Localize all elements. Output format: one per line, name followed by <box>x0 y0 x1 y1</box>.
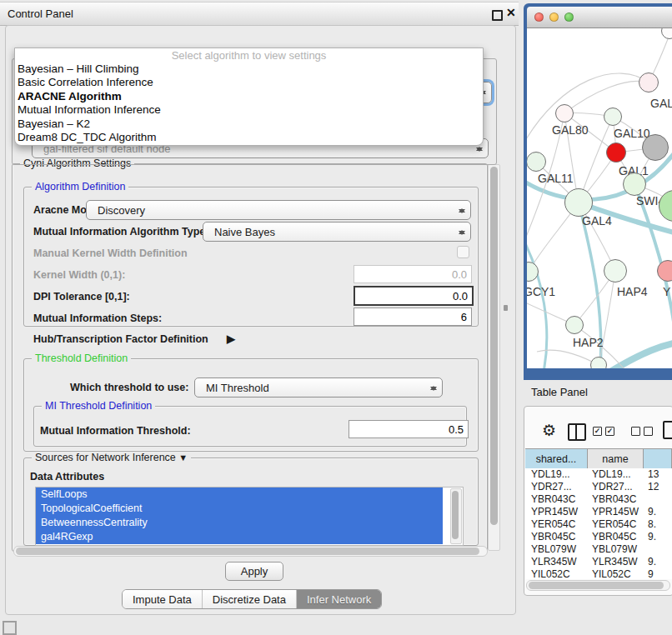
sources-title-text: Sources for Network Inference <box>35 452 176 463</box>
mac-close-icon[interactable] <box>534 12 544 22</box>
dropdown-item[interactable]: Bayesian – Hill Climbing <box>15 62 483 76</box>
table-row[interactable]: YDL19...YDL19...13 <box>525 468 672 481</box>
table-cell[interactable]: YBR045C <box>592 531 636 543</box>
deselect-all-checkbox-icon[interactable] <box>631 427 640 436</box>
table-cell[interactable]: YIL052C <box>531 568 570 579</box>
dropdown-item[interactable]: Dream8 DC_TDC Algorithm <box>15 131 483 144</box>
deselect-all-checkbox-icon[interactable] <box>644 427 653 436</box>
mac-minimize-icon[interactable] <box>549 12 559 22</box>
table-row[interactable]: YBR045CYBR045C9. <box>525 531 672 543</box>
select-all-checkbox-icon[interactable]: ✓ <box>605 427 614 436</box>
settings-hscrollbar-thumb[interactable] <box>16 548 479 555</box>
attribute-item[interactable]: SelfLoops <box>36 488 443 502</box>
node-gray[interactable] <box>642 134 669 161</box>
table-cell[interactable]: YBR043C <box>592 493 636 506</box>
close-icon[interactable]: ✕ <box>506 6 516 19</box>
table-cell[interactable]: 9. <box>648 531 656 543</box>
table-cell[interactable]: YDR27... <box>592 481 633 493</box>
mi-type-combo[interactable]: Naive Bayes <box>203 222 471 242</box>
settings-scrollbar[interactable] <box>488 164 500 551</box>
table-hscrollbar[interactable] <box>526 580 670 591</box>
tab-discretize-data[interactable]: Discretize Data <box>202 590 296 608</box>
node-hap2[interactable] <box>565 316 584 334</box>
dropdown-item[interactable]: ARACNE Algorithm <box>15 90 483 103</box>
table-cell[interactable]: 9. <box>648 556 656 568</box>
tab-impute-data[interactable]: Impute Data <box>123 590 202 608</box>
table-row[interactable]: YIL052CYIL052C9 <box>525 568 672 579</box>
node-gal80[interactable] <box>555 104 574 122</box>
attributes-scrollbar-thumb[interactable] <box>452 491 459 539</box>
dock-icon[interactable] <box>3 621 17 635</box>
network-canvas[interactable]: GALGAL80GAL10GAL1GAL11SWI4GAL4GCY1HAP4YH… <box>527 28 672 368</box>
table-cell[interactable]: YBL079W <box>531 543 576 556</box>
select-all-checkbox-icon[interactable]: ✓ <box>593 427 602 436</box>
node-partial-bottom[interactable] <box>590 357 607 368</box>
node-gal11[interactable] <box>527 152 546 172</box>
mi-steps-label: Mutual Information Steps: <box>33 312 162 324</box>
table-cell[interactable]: YDL19... <box>531 468 570 481</box>
kernel-width-input[interactable] <box>354 265 472 283</box>
dropdown-item[interactable]: Mutual Information Inference <box>15 103 483 117</box>
settings-scrollbar-thumb[interactable] <box>490 167 498 525</box>
dropdown-item[interactable]: Basic Correlation Inference <box>15 76 483 89</box>
table-cell[interactable]: 13 <box>648 468 659 481</box>
table-cell[interactable]: 12 <box>648 481 659 493</box>
table-cell[interactable]: YPR145W <box>531 506 578 518</box>
node-gal4[interactable] <box>564 188 593 217</box>
table-cell[interactable]: YDL19... <box>592 468 631 481</box>
table-row[interactable]: YBL079WYBL079W <box>525 543 672 556</box>
export-table-icon[interactable] <box>663 421 672 439</box>
attributes-scrollbar[interactable] <box>450 488 462 544</box>
column-header[interactable]: name <box>588 449 644 468</box>
tab-infer-network[interactable]: Infer Network <box>296 590 381 608</box>
table-row[interactable]: YDR27...YDR27...12 <box>525 481 672 493</box>
split-columns-icon[interactable] <box>568 423 586 441</box>
expand-right-icon[interactable]: ▶ <box>227 332 235 345</box>
manual-kernel-checkbox[interactable] <box>457 246 469 258</box>
table-hscrollbar-thumb[interactable] <box>529 582 664 589</box>
table-cell[interactable]: 8. <box>648 518 656 531</box>
column-header[interactable] <box>644 449 672 468</box>
gear-icon[interactable]: ⚙ <box>542 421 556 440</box>
table-cell[interactable]: YPR145W <box>592 506 639 518</box>
attribute-item[interactable]: BetweennessCentrality <box>36 516 443 530</box>
table-row[interactable]: YER054CYER054C8. <box>525 518 672 531</box>
table-cell[interactable]: 9 <box>648 568 654 579</box>
panel-splitter-handle[interactable] <box>504 305 508 311</box>
node-hap4[interactable] <box>604 259 627 282</box>
table-cell[interactable]: YER054C <box>592 518 636 531</box>
table-row[interactable]: YPR145WYPR145W9. <box>525 506 672 518</box>
table-cell[interactable]: YER054C <box>531 518 575 531</box>
node-gal-ne[interactable] <box>639 72 659 92</box>
table-row[interactable]: YLR345WYLR345W9. <box>525 556 672 568</box>
table-cell[interactable]: YBR043C <box>531 493 575 506</box>
node-swi4[interactable] <box>623 172 646 196</box>
dpi-tolerance-input[interactable] <box>354 286 474 306</box>
node-gal1[interactable] <box>606 142 626 162</box>
table-cell[interactable]: 9. <box>648 506 656 518</box>
attribute-item[interactable]: TopologicalCoefficient <box>36 502 443 516</box>
aracne-mode-combo[interactable]: Discovery <box>86 200 471 220</box>
mac-zoom-icon[interactable] <box>564 12 574 22</box>
table-row[interactable]: YBR043CYBR043C <box>525 493 672 506</box>
table-cell[interactable]: YIL052C <box>592 568 631 579</box>
combo-spinner-icon <box>429 382 437 395</box>
table-cell[interactable]: YLR345W <box>531 556 577 568</box>
table-cell[interactable]: YBL079W <box>592 543 637 556</box>
table-cell[interactable]: YLR345W <box>592 556 638 568</box>
attribute-item[interactable]: gal4RGexp <box>36 530 443 544</box>
apply-button[interactable]: Apply <box>225 562 283 581</box>
node-label: GCY1 <box>527 285 555 298</box>
mi-threshold-input[interactable] <box>349 420 469 438</box>
dropdown-item[interactable]: Bayesian – K2 <box>15 118 483 131</box>
network-window-titlebar[interactable] <box>527 7 672 28</box>
table-cell[interactable]: YDR27... <box>531 481 572 493</box>
float-window-icon[interactable] <box>492 10 503 21</box>
table-cell[interactable]: YBR045C <box>531 531 575 543</box>
which-threshold-combo[interactable]: MI Threshold <box>194 378 443 398</box>
settings-hscrollbar[interactable] <box>13 546 488 557</box>
column-header[interactable]: shared... <box>525 449 588 468</box>
mi-steps-input[interactable] <box>354 308 472 326</box>
collapse-down-icon[interactable]: ▼ <box>178 452 188 462</box>
node-gal10[interactable] <box>604 108 622 126</box>
